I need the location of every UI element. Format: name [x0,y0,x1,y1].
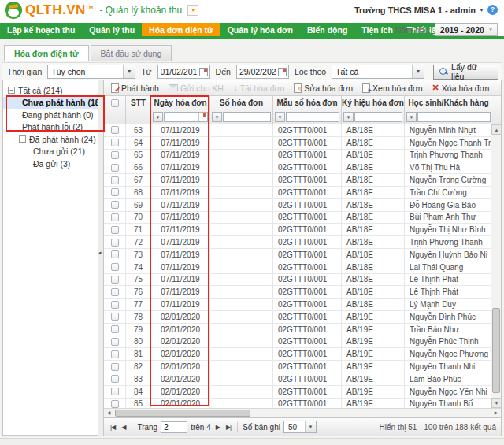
tree-item[interactable]: −Đã phát hành (24) [3,133,98,146]
nav-item[interactable]: Biến động [300,23,354,40]
filter-operator-icon[interactable]: ▼ [275,112,285,122]
filter-by-select[interactable]: Tất cả ▼ [332,65,424,79]
row-checkbox[interactable] [111,325,119,333]
table-row[interactable]: 8302/01/202002GTTT0/001AB/19ELâm Bảo Phú… [104,373,492,386]
user-menu[interactable]: Trường THCS MISA 1 - admin ▼ ? [354,5,498,15]
toolbar-button[interactable]: ✎Sửa hóa đơn [290,83,357,94]
filter-operator-icon[interactable]: ▼ [153,112,163,122]
next-page-button[interactable]: ▶ [214,424,221,431]
tree-item[interactable]: Đã gửi (3) [3,158,98,170]
table-row[interactable]: 6507/11/201902GTTT0/001AB/18ETrịnh Phươn… [104,150,492,162]
tree-item[interactable]: Đang phát hành (0) [3,109,98,121]
row-checkbox[interactable] [111,301,119,309]
table-row[interactable]: 8202/01/202002GTTT0/001AB/19ENguyễn Than… [104,361,492,373]
select-all-checkbox[interactable] [111,99,119,107]
module-dropdown-icon[interactable]: ▾ [187,5,198,16]
table-row[interactable]: 7802/01/202002GTTT0/001AB/19ENguyễn Đình… [104,311,492,324]
chevron-down-icon[interactable]: ▼ [305,421,316,432]
tab[interactable]: Bắt đầu sử dụng [91,45,172,61]
collapse-node-icon[interactable]: − [19,135,26,143]
toolbar-button[interactable]: ✔Phát hành [107,83,163,94]
toolbar-button[interactable]: ↻Nạp [501,83,504,94]
table-row[interactable]: 7707/11/201902GTTT0/001AB/18ELý Mạnh Duy [104,299,492,311]
calendar-icon[interactable] [278,68,287,76]
page-number-input[interactable] [161,421,187,433]
row-checkbox[interactable] [111,139,119,146]
nav-item[interactable]: Hóa đơn điện tử [142,23,220,40]
row-checkbox[interactable] [111,151,119,159]
scroll-right-icon[interactable]: ▶ [491,409,501,417]
row-checkbox[interactable] [111,338,119,346]
column-invoice-date[interactable]: Ngày hóa đơn ▼ [151,96,210,124]
to-date-input[interactable] [237,67,278,76]
row-checkbox[interactable] [111,288,119,296]
row-checkbox[interactable] [111,213,119,221]
horizontal-scrollbar[interactable]: ◀ ▶ [104,408,501,417]
first-page-button[interactable]: |◀ [109,424,117,431]
row-checkbox[interactable] [111,188,119,196]
table-row[interactable]: 7107/11/201902GTTT0/001AB/18ENguyễn Thị … [104,224,492,236]
header-help-icon[interactable]: ? [487,5,498,15]
collapse-panel-icon[interactable]: ◂ [98,250,102,256]
invoice-date-filter-input[interactable] [165,113,198,121]
calendar-icon[interactable] [199,68,208,76]
tree-item[interactable]: Phát hành lỗi (2) [3,121,98,134]
row-checkbox[interactable] [111,313,119,321]
nav-item[interactable]: Lập kế hoạch thu [0,23,82,40]
table-row[interactable]: 8502/01/202002GTTT0/001AB/19ENguyễn Than… [104,399,492,408]
row-checkbox[interactable] [111,388,119,395]
row-checkbox[interactable] [111,400,119,408]
customer-filter-input[interactable] [418,113,490,121]
table-row[interactable]: 6807/11/201902GTTT0/001AB/18ETrần Chí Cư… [104,187,492,199]
column-serial[interactable]: Ký hiệu hóa đơn ▼ [342,96,405,124]
page-size-select[interactable]: 50 ▼ [284,421,317,433]
scroll-up-icon[interactable]: ▲ [491,124,502,135]
row-checkbox[interactable] [111,164,119,172]
table-row[interactable]: 6307/11/201902GTTT0/001AB/18ENguyễn Minh… [104,124,492,137]
tree-item[interactable]: Chưa gửi (21) [3,146,98,158]
table-row[interactable]: 6707/11/201902GTTT0/001AB/18ENguyễn Trọn… [104,174,492,187]
column-customer[interactable]: Học sinh/Khách hàng ▼ [405,96,492,124]
horizontal-scroll-thumb[interactable] [115,410,250,417]
vertical-scroll-thumb[interactable] [492,308,500,393]
table-row[interactable]: 7407/11/201902GTTT0/001AB/18ELai Thái Qu… [104,261,492,274]
table-row[interactable]: 7507/11/201902GTTT0/001AB/18ELê Thịnh Ph… [104,274,492,287]
row-checkbox[interactable] [111,226,119,234]
toolbar-button[interactable]: ✕Xóa hóa đơn [428,83,494,94]
nav-item[interactable]: Quản lý hóa đơn [220,23,300,40]
table-row[interactable]: 6907/11/201902GTTT0/001AB/18EĐỗ Hoàng Gi… [104,199,492,212]
school-year-select[interactable]: 2019 - 2020 ˅ [435,23,498,36]
column-invoice-no[interactable]: Số hóa đơn ▼ [210,96,273,124]
calendar-icon[interactable] [198,113,207,121]
table-row[interactable]: 8102/01/202002GTTT0/001AB/19ENguyễn Ngọc… [104,348,492,361]
row-checkbox[interactable] [111,276,119,284]
row-checkbox[interactable] [111,176,119,184]
tab[interactable]: Hóa đơn điện tử [4,45,89,61]
table-row[interactable]: 6407/11/201902GTTT0/001AB/18ENguyễn Ngọc… [104,137,492,150]
table-row[interactable]: 7607/11/201902GTTT0/001AB/18ELê Thịnh Ph… [104,286,492,299]
table-row[interactable]: 7307/11/201902GTTT0/001AB/18ENguyễn Huỳn… [104,249,492,261]
from-date-input[interactable] [158,67,199,76]
filter-operator-icon[interactable]: ▼ [212,112,222,122]
table-row[interactable]: 6607/11/201902GTTT0/001AB/18EVõ Thị Thu … [104,161,492,174]
table-row[interactable]: 7007/11/201902GTTT0/001AB/18EBùi Phạm An… [104,212,492,224]
table-row[interactable]: 8402/01/202002GTTT0/001AB/19ENguyễn Ngọc… [104,386,492,399]
row-checkbox[interactable] [111,239,119,247]
row-checkbox[interactable] [111,363,119,371]
table-row[interactable]: 8002/01/202002GTTT0/001AB/19ENguyễn Phúc… [104,336,492,349]
tree-item[interactable]: Chưa phát hành (188) [3,97,98,109]
last-page-button[interactable]: ▶| [224,424,232,431]
table-row[interactable]: 7207/11/201902GTTT0/001AB/18ETrịnh Phươn… [104,236,492,249]
time-range-select[interactable]: Tùy chọn ▼ [47,65,135,79]
row-checkbox[interactable] [111,250,119,258]
column-template-no[interactable]: Mẫu số hóa đơn ▼ [273,96,342,124]
template-no-filter-input[interactable] [287,113,339,121]
row-checkbox[interactable] [111,201,119,209]
toolbar-button[interactable]: ▸Xem hóa đơn [358,83,427,94]
collapse-node-icon[interactable]: − [8,87,15,94]
tree-item[interactable]: −Tất cả (214) [3,84,98,97]
filter-operator-icon[interactable]: ▼ [343,112,354,122]
vertical-scrollbar[interactable]: ▲ ▼ [491,124,501,408]
row-checkbox[interactable] [111,375,119,383]
invoice-no-filter-input[interactable] [224,113,270,121]
